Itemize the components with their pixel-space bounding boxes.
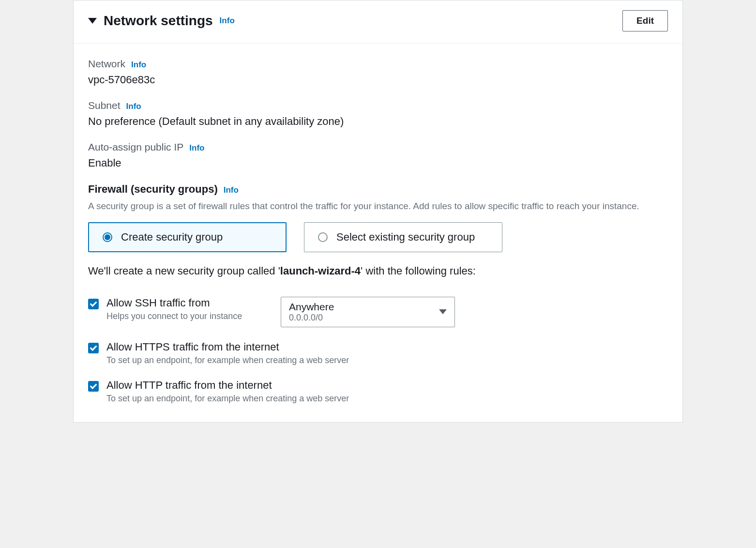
ssh-source-cidr: 0.0.0.0/0 [289,313,334,323]
sg-name: launch-wizard-4 [280,265,361,277]
security-group-radio-group: Create security group Select existing se… [88,222,668,252]
autoip-field: Auto-assign public IP Info Enable [88,141,668,169]
firewall-description: A security group is a set of firewall ru… [88,199,668,213]
https-rule-title: Allow HTTPS traffic from the internet [106,341,668,353]
http-rule-title: Allow HTTP traffic from the internet [106,379,668,392]
header-left: Network settings Info [88,13,235,29]
create-sg-label: Create security group [121,231,223,244]
network-label: Network [88,58,125,70]
subnet-label: Subnet [88,100,121,111]
ssh-source-dropdown[interactable]: Anywhere 0.0.0.0/0 [281,297,455,327]
panel-body: Network Info vpc-5706e83c Subnet Info No… [74,44,682,422]
autoip-label: Auto-assign public IP [88,141,183,153]
header-info-link[interactable]: Info [220,16,235,26]
https-rule-row: Allow HTTPS traffic from the internet To… [88,341,668,365]
radio-icon [103,232,112,242]
https-rule-help: To set up an endpoint, for example when … [106,355,668,365]
radio-icon [318,232,328,242]
http-rule-row: Allow HTTP traffic from the internet To … [88,379,668,404]
panel-header: Network settings Info Edit [74,0,682,44]
network-settings-panel: Network settings Info Edit Network Info … [73,0,683,423]
ssh-rule-row: Allow SSH traffic from Helps you connect… [88,297,668,327]
section-title: Network settings [104,13,213,29]
autoip-info-link[interactable]: Info [189,143,204,153]
network-value: vpc-5706e83c [88,74,668,86]
chevron-down-icon [439,309,447,314]
firewall-heading: Firewall (security groups) [88,183,218,196]
ssh-source-label: Anywhere [289,301,334,313]
security-group-message: We'll create a new security group called… [88,265,668,277]
firewall-field: Firewall (security groups) Info A securi… [88,183,668,404]
subnet-value: No preference (Default subnet in any ava… [88,115,668,128]
subnet-field: Subnet Info No preference (Default subne… [88,100,668,128]
create-security-group-radio[interactable]: Create security group [88,222,287,252]
select-sg-label: Select existing security group [336,231,475,244]
edit-button[interactable]: Edit [622,10,668,31]
http-checkbox[interactable] [88,381,99,392]
select-existing-security-group-radio[interactable]: Select existing security group [304,222,502,252]
collapse-caret-icon[interactable] [88,18,97,24]
http-rule-help: To set up an endpoint, for example when … [106,394,668,404]
https-checkbox[interactable] [88,343,99,353]
subnet-info-link[interactable]: Info [126,102,141,111]
network-info-link[interactable]: Info [131,60,146,70]
network-field: Network Info vpc-5706e83c [88,58,668,86]
firewall-info-link[interactable]: Info [224,185,239,195]
ssh-checkbox[interactable] [88,299,99,309]
ssh-rule-title: Allow SSH traffic from [106,297,271,309]
autoip-value: Enable [88,157,668,169]
ssh-rule-help: Helps you connect to your instance [106,311,271,321]
